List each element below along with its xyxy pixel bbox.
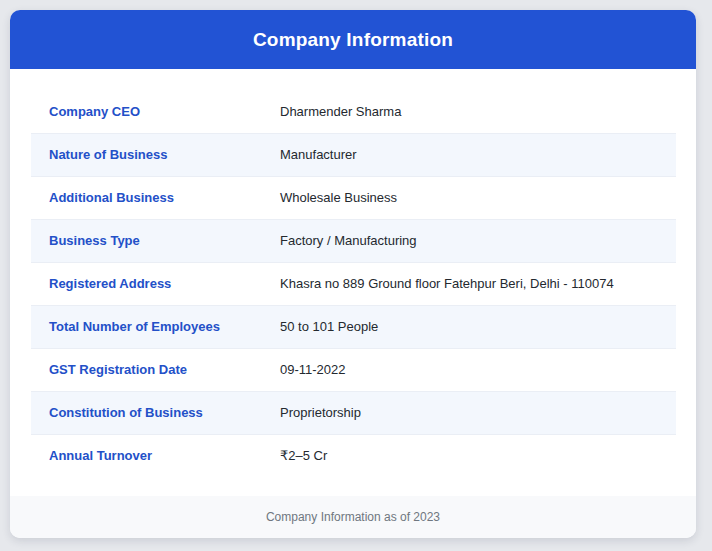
row-label: Total Number of Employees <box>31 305 262 348</box>
row-label: Registered Address <box>31 262 262 305</box>
table-body: Company CEODharmender SharmaNature of Bu… <box>31 90 676 477</box>
row-value: 50 to 101 People <box>262 305 676 348</box>
row-value: Khasra no 889 Ground floor Fatehpur Beri… <box>262 262 676 305</box>
table-row: Company CEODharmender Sharma <box>31 90 676 133</box>
company-info-card: Company Information Company CEODharmende… <box>10 10 696 538</box>
table-row: Nature of BusinessManufacturer <box>31 133 676 176</box>
table-row: Business TypeFactory / Manufacturing <box>31 219 676 262</box>
row-label: Nature of Business <box>31 133 262 176</box>
row-value: Factory / Manufacturing <box>262 219 676 262</box>
card-header: Company Information <box>10 10 696 69</box>
row-value: Manufacturer <box>262 133 676 176</box>
table-row: Registered AddressKhasra no 889 Ground f… <box>31 262 676 305</box>
row-value: ₹2–5 Cr <box>262 434 676 477</box>
row-label: GST Registration Date <box>31 348 262 391</box>
table-row: Annual Turnover₹2–5 Cr <box>31 434 676 477</box>
table-row: Total Number of Employees50 to 101 Peopl… <box>31 305 676 348</box>
company-info-table: Company CEODharmender SharmaNature of Bu… <box>31 90 676 477</box>
card-body: Company CEODharmender SharmaNature of Bu… <box>10 69 696 496</box>
page-title: Company Information <box>253 29 453 51</box>
card-footer: Company Information as of 2023 <box>10 496 696 538</box>
row-value: Proprietorship <box>262 391 676 434</box>
row-label: Additional Business <box>31 176 262 219</box>
row-label: Constitution of Business <box>31 391 262 434</box>
table-row: Additional BusinessWholesale Business <box>31 176 676 219</box>
table-row: GST Registration Date09-11-2022 <box>31 348 676 391</box>
footer-text: Company Information as of 2023 <box>266 510 440 524</box>
row-label: Business Type <box>31 219 262 262</box>
row-label: Annual Turnover <box>31 434 262 477</box>
row-label: Company CEO <box>31 90 262 133</box>
row-value: Dharmender Sharma <box>262 90 676 133</box>
row-value: 09-11-2022 <box>262 348 676 391</box>
table-row: Constitution of BusinessProprietorship <box>31 391 676 434</box>
row-value: Wholesale Business <box>262 176 676 219</box>
